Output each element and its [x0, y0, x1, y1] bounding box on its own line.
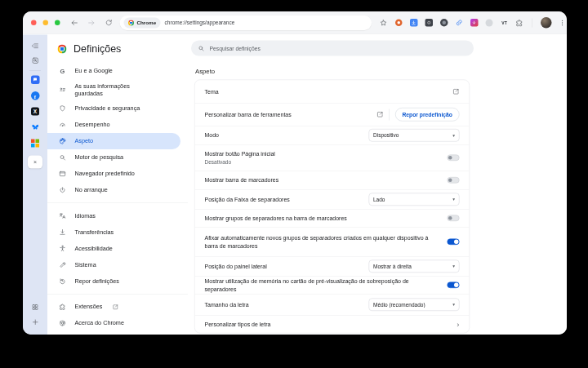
dropdown-caret-icon: ▾ [452, 133, 455, 139]
chevron-right-icon: › [457, 321, 459, 329]
extension-dark-circle[interactable] [439, 18, 448, 27]
memory-usage-toggle[interactable] [448, 282, 460, 289]
side-panel-position-select[interactable]: Mostrar à direita ▾ [369, 260, 460, 273]
settings-row-customize-toolbar[interactable]: Personalizar barra de ferramentas Repor … [195, 103, 470, 126]
site-chip[interactable]: Chrome [124, 17, 161, 28]
zoom-window-button[interactable] [55, 20, 60, 26]
download-icon [59, 228, 67, 236]
sidebar-item-default-browser[interactable]: Navegador predefinido [47, 166, 180, 182]
url-text: chrome://settings/appearance [165, 20, 235, 26]
sidebar-item-about-chrome[interactable]: Acerca do Chrome [47, 315, 180, 331]
x-tab[interactable]: X [31, 107, 40, 116]
desktop: Chrome chrome://settings/appearance [0, 0, 588, 368]
sidebar-item-you-and-google[interactable]: G Eu e a Google [47, 63, 180, 79]
sidebar-item-system[interactable]: Sistema [47, 257, 180, 273]
sidebar-divider [47, 203, 188, 204]
facebook-tab[interactable]: f [31, 91, 40, 100]
search-input[interactable]: Pesquisar definições [191, 41, 474, 56]
sidebar-item-reset[interactable]: Repor definições [47, 273, 180, 290]
sidebar-item-privacy[interactable]: Privacidade e segurança [47, 100, 180, 117]
mode-select[interactable]: Dispositivo ▾ [369, 129, 460, 142]
puzzle-icon [59, 304, 67, 311]
search-placeholder: Pesquisar definições [210, 45, 261, 51]
auto-pin-tab-groups-toggle[interactable] [448, 239, 460, 246]
settings-row-memory-usage-preview: Mostrar utilização de memória no cartão … [195, 276, 470, 294]
reset-default-button[interactable]: Repor predefinição [395, 108, 460, 122]
settings-sidebar: Definições G Eu e a Google As suas infor… [47, 35, 188, 335]
accessibility-icon [59, 245, 67, 252]
tabstrip-divider [29, 71, 41, 72]
dropdown-caret-icon: ▾ [452, 264, 455, 269]
settings-row-tab-strip-position: Posição da Faixa de separadores Lado ▾ [195, 189, 470, 209]
chat-app-tab[interactable] [31, 75, 40, 84]
palette-icon [59, 138, 67, 145]
settings-row-customize-fonts[interactable]: Personalizar tipos de letra › [195, 315, 470, 333]
settings-row-side-panel-position: Posição do painel lateral Mostrar à dire… [195, 256, 470, 276]
sidebar-item-on-startup[interactable]: No arranque [47, 182, 180, 198]
open-in-new-icon [112, 304, 118, 310]
toolbar-divider [532, 18, 533, 27]
chrome-icon [59, 320, 67, 327]
search-icon [198, 45, 205, 52]
new-tab-button[interactable] [29, 316, 42, 328]
sidebar-item-search-engine[interactable]: Motor de pesquisa [47, 149, 180, 166]
sidebar-item-languages[interactable]: Idiomas [47, 208, 180, 224]
close-tab-icon[interactable]: × [33, 159, 37, 166]
section-heading: Aspeto [195, 68, 567, 75]
profile-avatar[interactable] [541, 17, 552, 29]
traffic-lights [23, 20, 70, 26]
forward-icon[interactable] [87, 18, 96, 27]
extension-purple-download[interactable] [470, 18, 479, 27]
extension-monogram[interactable]: VT [500, 18, 509, 27]
toolbar-actions: VT [379, 17, 567, 29]
extension-link[interactable] [455, 18, 464, 27]
extension-gray-circle[interactable] [485, 18, 494, 27]
settings-row-theme[interactable]: Tema [195, 80, 470, 103]
bookmark-star-icon[interactable] [379, 18, 388, 27]
tab-overview-icon[interactable] [29, 301, 42, 313]
microsoft-tab[interactable] [31, 139, 40, 148]
sidebar-item-accessibility[interactable]: Acessibilidade [47, 241, 180, 257]
extension-dark-square[interactable] [425, 18, 434, 27]
browser-window-icon [59, 171, 67, 178]
tab-strip-position-select[interactable]: Lado ▾ [369, 193, 460, 206]
sidebar-item-extensions[interactable]: Extensões [47, 299, 180, 315]
sidebar-item-saved-info[interactable]: As suas informações guardadas [47, 79, 180, 100]
extension-blue-download[interactable] [409, 18, 418, 27]
settings-row-mode: Modo Dispositivo ▾ [195, 126, 470, 144]
sidebar-item-downloads[interactable]: Transferências [47, 224, 180, 241]
search-tabs-icon[interactable] [29, 55, 42, 67]
settings-row-tab-groups-in-bookmarks-bar: Mostrar grupos de separadores na barra d… [195, 209, 470, 227]
open-in-new-icon [452, 88, 460, 95]
font-size-select[interactable]: Médio (recomendado) ▾ [369, 299, 460, 312]
home-button-toggle[interactable] [448, 155, 460, 162]
chrome-logo-icon [128, 20, 134, 25]
sidebar-divider [47, 294, 188, 295]
shield-icon [59, 105, 67, 113]
tab-groups-bar-toggle[interactable] [448, 215, 460, 222]
minimize-window-button[interactable] [43, 20, 49, 26]
settings-row-font-size: Tamanho da letra Médio (recomendado) ▾ [195, 294, 470, 315]
sidebar-item-appearance[interactable]: Aspeto [47, 133, 180, 149]
google-g-icon: G [59, 68, 67, 75]
sidebar-item-performance[interactable]: Desempenho [47, 117, 180, 133]
toggle-tab-strip-icon[interactable] [29, 40, 42, 52]
settings-content: Pesquisar definições Aspeto Tema Persona… [188, 35, 567, 335]
vertical-tab-strip: f X × [23, 35, 47, 335]
menu-dots-icon[interactable] [558, 18, 567, 27]
back-icon[interactable] [70, 18, 79, 27]
wrench-icon [59, 261, 67, 268]
magnifier-icon [59, 154, 67, 162]
browser-toolbar: Chrome chrome://settings/appearance [23, 11, 567, 34]
close-window-button[interactable] [31, 20, 37, 26]
bluesky-tab[interactable] [31, 123, 40, 132]
bookmarks-bar-toggle[interactable] [448, 177, 460, 184]
open-in-new-icon [376, 111, 384, 118]
address-bar[interactable]: Chrome chrome://settings/appearance [120, 16, 372, 30]
extension-orange-ring[interactable] [394, 18, 403, 27]
active-tab-tile[interactable]: × [28, 156, 42, 169]
chrome-logo-icon [58, 44, 67, 53]
reload-icon[interactable] [105, 18, 114, 27]
dropdown-caret-icon: ▾ [452, 302, 455, 308]
extensions-puzzle-icon[interactable] [515, 18, 524, 27]
